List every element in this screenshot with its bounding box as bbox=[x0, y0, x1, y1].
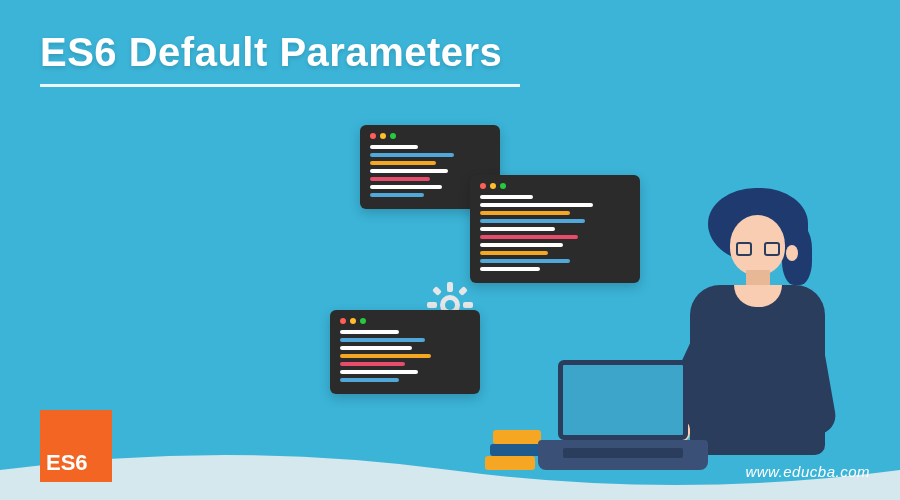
illustration-scene bbox=[300, 120, 860, 500]
glasses-icon bbox=[736, 242, 780, 252]
website-url: www.educba.com bbox=[745, 463, 870, 480]
code-lines-3 bbox=[340, 330, 470, 382]
laptop bbox=[538, 360, 708, 470]
es6-logo: ES6 bbox=[40, 410, 112, 482]
svg-rect-2 bbox=[447, 282, 453, 292]
svg-rect-6 bbox=[432, 286, 442, 296]
person-ear bbox=[786, 245, 798, 261]
svg-point-1 bbox=[445, 300, 455, 310]
svg-rect-4 bbox=[427, 302, 437, 308]
title-underline bbox=[40, 84, 520, 87]
book-2 bbox=[490, 444, 540, 456]
code-window-3 bbox=[330, 310, 480, 394]
book-3 bbox=[493, 430, 541, 444]
svg-rect-5 bbox=[463, 302, 473, 308]
book-1 bbox=[485, 456, 535, 470]
laptop-screen bbox=[558, 360, 688, 440]
svg-rect-8 bbox=[458, 286, 468, 296]
es6-logo-text: ES6 bbox=[46, 450, 88, 476]
laptop-keys bbox=[563, 448, 683, 458]
page-title: ES6 Default Parameters bbox=[40, 30, 502, 75]
